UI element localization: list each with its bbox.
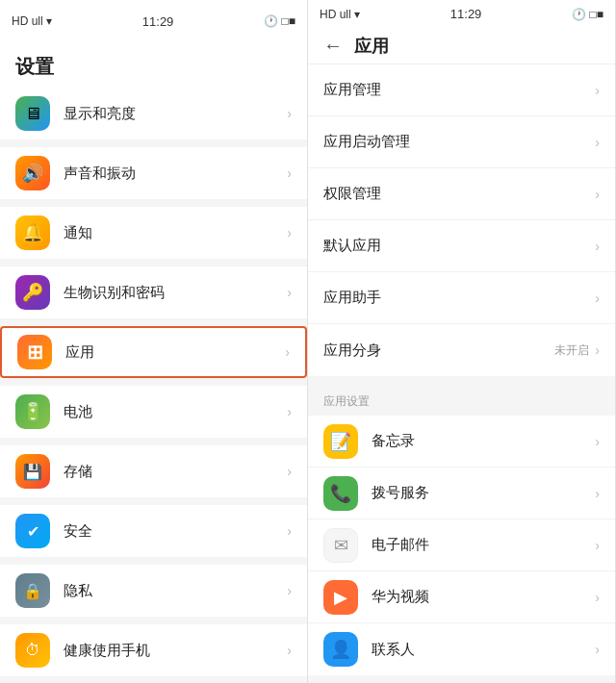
- email-label: 电子邮件: [372, 536, 595, 554]
- storage-icon: 💾: [15, 454, 50, 489]
- app-mgmt-item[interactable]: 应用管理 ›: [308, 64, 615, 116]
- email-item[interactable]: ✉ 电子邮件 ›: [308, 519, 615, 571]
- app-top-menu: 应用管理 › 应用启动管理 › 权限管理 › 默认应用 › 应用助手 › 应用分…: [308, 64, 615, 376]
- memo-item[interactable]: 📝 备忘录 ›: [308, 416, 615, 468]
- contact-icon: 👤: [323, 632, 358, 667]
- perm-mgmt-label: 权限管理: [323, 185, 595, 203]
- left-time: 11:29: [142, 14, 174, 29]
- left-signal: HD ull ▾: [12, 14, 52, 28]
- app-start-item[interactable]: 应用启动管理 ›: [308, 116, 615, 168]
- perm-mgmt-chevron: ›: [595, 187, 600, 202]
- menu-item-display[interactable]: 🖥 显示和亮度 ›: [0, 88, 307, 139]
- app-settings-section-label: 应用设置: [308, 384, 615, 416]
- menu-section-notify: 🔔 通知 ›: [0, 207, 307, 259]
- email-chevron: ›: [595, 538, 600, 553]
- app-clone-badge: 未开启: [554, 342, 589, 359]
- phone-item[interactable]: 📞 拨号服务 ›: [308, 468, 615, 519]
- app-clone-chevron: ›: [595, 342, 600, 358]
- battery-chevron: ›: [287, 404, 292, 419]
- bio-icon: 🔑: [15, 275, 50, 310]
- left-panel: HD ull ▾ 11:29 🕐 □■ 设置 🖥 显示和亮度 › 🔊 声音和振动…: [0, 0, 308, 683]
- storage-label: 存储: [64, 463, 287, 481]
- default-app-item[interactable]: 默认应用 ›: [308, 220, 615, 272]
- app-panel-header: ← 应用: [308, 29, 615, 64]
- notify-label: 通知: [64, 224, 287, 242]
- video-item[interactable]: ▶ 华为视频 ›: [308, 571, 615, 623]
- app-icon: ⊞: [17, 335, 52, 369]
- menu-item-storage[interactable]: 💾 存储 ›: [0, 445, 307, 497]
- memo-chevron: ›: [595, 434, 600, 449]
- menu-section-battery: 🔋 电池 ›: [0, 386, 307, 438]
- left-battery: 🕐 □■: [264, 14, 295, 28]
- sound-label: 声音和振动: [64, 164, 287, 183]
- menu-section-sound: 🔊 声音和振动 ›: [0, 147, 307, 199]
- security-icon: ✔: [15, 514, 50, 548]
- battery-icon: 🔋: [15, 394, 50, 429]
- app-helper-item[interactable]: 应用助手 ›: [308, 272, 615, 324]
- app-clone-item[interactable]: 应用分身 未开启 ›: [308, 324, 615, 376]
- contact-item[interactable]: 👤 联系人 ›: [308, 623, 615, 675]
- app-chevron: ›: [285, 344, 290, 360]
- video-chevron: ›: [595, 590, 600, 605]
- menu-item-health[interactable]: ⏱ 健康使用手机 ›: [0, 624, 307, 676]
- storage-chevron: ›: [287, 464, 292, 479]
- settings-menu-list: 🖥 显示和亮度 › 🔊 声音和振动 › 🔔 通知 › 🔑 生物识别和密码: [0, 88, 307, 683]
- video-icon: ▶: [323, 580, 358, 615]
- menu-section-storage: 💾 存储 ›: [0, 445, 307, 497]
- perm-mgmt-item[interactable]: 权限管理 ›: [308, 168, 615, 220]
- default-app-chevron: ›: [595, 239, 600, 254]
- security-chevron: ›: [287, 523, 292, 539]
- video-label: 华为视频: [372, 588, 595, 606]
- health-icon: ⏱: [15, 633, 50, 668]
- app-label: 应用: [65, 343, 285, 362]
- menu-item-sound[interactable]: 🔊 声音和振动 ›: [0, 147, 307, 199]
- phone-label: 拨号服务: [372, 484, 595, 502]
- privacy-chevron: ›: [287, 583, 292, 598]
- back-button[interactable]: ←: [323, 35, 343, 57]
- sound-chevron: ›: [287, 165, 292, 181]
- menu-item-notify[interactable]: 🔔 通知 ›: [0, 207, 307, 259]
- app-start-chevron: ›: [595, 135, 600, 150]
- email-icon: ✉: [323, 528, 358, 563]
- right-signal: HD ull ▾: [320, 8, 360, 21]
- display-label: 显示和亮度: [64, 105, 287, 123]
- memo-label: 备忘录: [372, 432, 595, 450]
- right-status-bar: HD ull ▾ 11:29 🕐 □■: [308, 0, 615, 29]
- menu-item-privacy[interactable]: 🔒 隐私 ›: [0, 565, 307, 617]
- app-settings-menu: 📝 备忘录 › 📞 拨号服务 › ✉ 电子邮件 › ▶ 华为视频 › 👤 联系人…: [308, 416, 615, 675]
- menu-section-bio: 🔑 生物识别和密码 ›: [0, 266, 307, 318]
- memo-icon: 📝: [323, 424, 358, 459]
- menu-item-app[interactable]: ⊞ 应用 ›: [0, 326, 307, 378]
- left-status-bar: HD ull ▾ 11:29 🕐 □■: [0, 0, 307, 42]
- app-mgmt-label: 应用管理: [323, 81, 595, 99]
- contact-label: 联系人: [372, 641, 595, 659]
- menu-section-health: ⏱ 健康使用手机 ›: [0, 624, 307, 676]
- notify-icon: 🔔: [15, 215, 50, 250]
- battery-label: 电池: [64, 403, 287, 421]
- menu-section-app: ⊞ 应用 ›: [0, 326, 307, 378]
- default-app-label: 默认应用: [323, 237, 595, 255]
- settings-title: 设置: [0, 42, 307, 88]
- bio-chevron: ›: [287, 285, 292, 300]
- phone-chevron: ›: [595, 486, 600, 501]
- bio-label: 生物识别和密码: [64, 284, 287, 302]
- menu-item-bio[interactable]: 🔑 生物识别和密码 ›: [0, 266, 307, 318]
- security-label: 安全: [64, 522, 287, 541]
- sound-icon: 🔊: [15, 156, 50, 190]
- app-clone-label: 应用分身: [323, 342, 554, 360]
- right-time: 11:29: [450, 7, 482, 21]
- menu-section-privacy: 🔒 隐私 ›: [0, 565, 307, 617]
- menu-section-top: 🖥 显示和亮度 ›: [0, 88, 307, 139]
- health-label: 健康使用手机: [64, 642, 287, 660]
- privacy-icon: 🔒: [15, 573, 50, 608]
- right-battery: 🕐 □■: [572, 8, 603, 21]
- app-mgmt-chevron: ›: [595, 83, 600, 98]
- app-start-label: 应用启动管理: [323, 133, 595, 151]
- menu-item-battery[interactable]: 🔋 电池 ›: [0, 386, 307, 438]
- display-chevron: ›: [287, 106, 292, 121]
- notify-chevron: ›: [287, 225, 292, 240]
- app-panel-title: 应用: [354, 35, 389, 58]
- display-icon: 🖥: [15, 96, 50, 131]
- menu-item-security[interactable]: ✔ 安全 ›: [0, 505, 307, 557]
- right-panel: HD ull ▾ 11:29 🕐 □■ ← 应用 应用管理 › 应用启动管理 ›…: [308, 0, 616, 683]
